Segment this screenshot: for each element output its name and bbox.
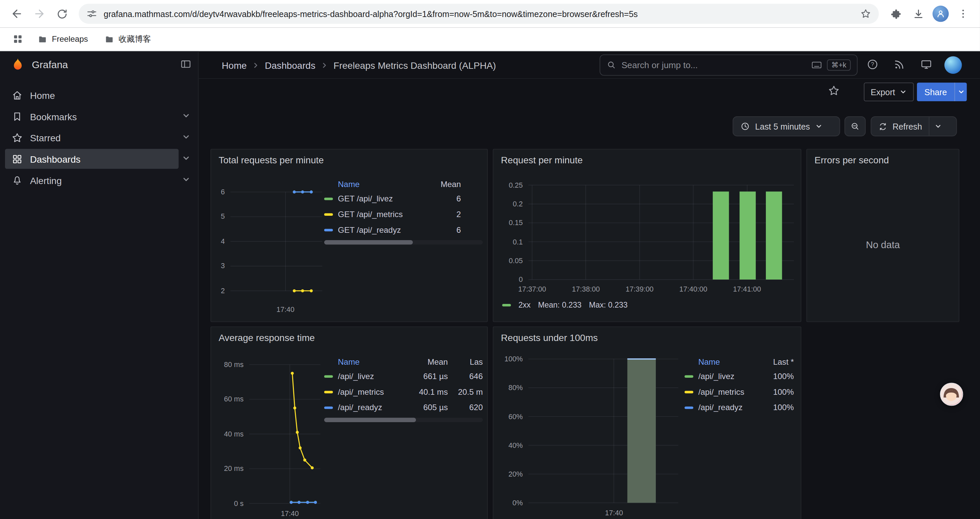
browser-menu-icon[interactable]	[953, 3, 974, 24]
bookmark-folder-freeleaps[interactable]: Freeleaps	[32, 32, 93, 47]
legend-row[interactable]: GET /api/_livez 6	[324, 191, 483, 206]
series-swatch[interactable]	[324, 213, 333, 216]
series-name[interactable]: 2xx	[519, 301, 530, 310]
zoom-out-button[interactable]	[845, 116, 866, 136]
legend-col-mean[interactable]: Mean	[424, 179, 461, 188]
share-menu-chevron-icon[interactable]	[954, 83, 967, 101]
panel-legend[interactable]: 2xx Mean: 0.233 Max: 0.233	[502, 301, 627, 310]
y-tick: 60%	[508, 412, 523, 421]
home-icon	[11, 89, 23, 101]
series-swatch[interactable]	[324, 390, 333, 393]
sidebar-item-bookmarks[interactable]: Bookmarks	[5, 106, 179, 126]
refresh-button[interactable]: Refresh	[870, 116, 957, 136]
legend-row[interactable]: GET /api/_metrics 2	[324, 206, 483, 222]
chevron-down-icon[interactable]	[182, 175, 191, 184]
profile-avatar-icon[interactable]	[930, 3, 951, 24]
chart-requests-under-100ms[interactable]	[528, 359, 678, 503]
chevron-down-icon[interactable]	[182, 133, 191, 141]
brand[interactable]: Grafana	[10, 57, 68, 72]
downloads-icon[interactable]	[908, 3, 929, 24]
series-name[interactable]: /api/_readyz	[338, 403, 412, 412]
assistant-avatar[interactable]	[940, 383, 963, 406]
sidebar-item-dashboards[interactable]: Dashboards	[5, 149, 179, 169]
y-tick: 0.2	[513, 200, 523, 208]
legend-row[interactable]: /api/_livez 100%	[684, 368, 794, 384]
series-swatch[interactable]	[684, 406, 693, 409]
series-swatch[interactable]	[324, 228, 333, 231]
site-settings-icon[interactable]	[86, 8, 97, 19]
url-bar[interactable]: grafana.mathmast.com/d/deytv4rwavabkb/fr…	[79, 4, 879, 24]
legend-col-name[interactable]: Name	[338, 357, 412, 366]
y-tick: 0.05	[509, 257, 523, 265]
series-name[interactable]: /api/_livez	[698, 371, 764, 381]
legend-col-name[interactable]: Name	[338, 179, 424, 188]
time-range-picker[interactable]: Last 5 minutes	[732, 116, 840, 136]
bookmark-folder-blogs[interactable]: 收藏博客	[99, 31, 156, 48]
legend-row[interactable]: /api/_metrics 100%	[684, 384, 794, 400]
search-input[interactable]	[621, 60, 806, 70]
forward-icon[interactable]	[29, 3, 50, 24]
y-axis: 80 ms 60 ms 40 ms 20 ms 0 s	[211, 327, 243, 519]
scrollbar-thumb[interactable]	[324, 418, 416, 422]
sidebar-item-home[interactable]: Home	[5, 85, 179, 105]
series-last: 620	[448, 403, 483, 412]
chart-average-response-time[interactable]	[249, 365, 320, 504]
series-swatch[interactable]	[324, 197, 333, 200]
sidebar-item-alerting[interactable]: Alerting	[5, 170, 179, 190]
legend-row[interactable]: /api/_livez 661 µs 646	[324, 368, 483, 384]
legend-scrollbar[interactable]	[324, 418, 483, 422]
scrollbar-thumb[interactable]	[324, 240, 413, 244]
series-swatch[interactable]	[684, 390, 693, 393]
user-avatar[interactable]	[944, 56, 962, 74]
url-text[interactable]: grafana.mathmast.com/d/deytv4rwavabkb/fr…	[104, 9, 854, 18]
monitor-icon[interactable]	[920, 58, 932, 70]
sidebar-item-starred[interactable]: Starred	[5, 128, 179, 148]
legend-col-mean[interactable]: Mean	[412, 357, 448, 366]
series-swatch[interactable]	[684, 375, 693, 377]
series-swatch[interactable]	[502, 304, 511, 306]
legend-col-last[interactable]: Las	[448, 357, 483, 366]
extensions-icon[interactable]	[885, 3, 906, 24]
legend-row[interactable]: GET /api/_readyz 6	[324, 222, 483, 238]
apps-grid-icon[interactable]	[9, 30, 26, 48]
series-name[interactable]: GET /api/_metrics	[338, 209, 424, 219]
chevron-down-icon[interactable]	[182, 154, 191, 163]
y-tick: 100%	[504, 355, 523, 363]
panel-title[interactable]: Errors per second	[815, 155, 889, 165]
share-label[interactable]: Share	[917, 83, 954, 101]
series-name[interactable]: GET /api/_livez	[338, 194, 424, 203]
breadcrumb-dashboards[interactable]: Dashboards	[265, 60, 315, 70]
legend-col-name[interactable]: Name	[698, 357, 764, 366]
favorite-star-icon[interactable]	[827, 85, 840, 97]
back-icon[interactable]	[6, 3, 28, 24]
y-tick: 20%	[508, 469, 523, 478]
legend-row[interactable]: /api/_readyz 100%	[684, 400, 794, 415]
chart-request-per-minute[interactable]	[528, 185, 794, 279]
search-box[interactable]: ⌘+k	[600, 54, 858, 76]
news-rss-icon[interactable]	[893, 58, 905, 70]
panel-title[interactable]: Total requests per minute	[218, 155, 323, 165]
share-button[interactable]: Share	[917, 83, 967, 101]
bookmark-star-icon[interactable]	[860, 8, 871, 19]
export-button[interactable]: Export	[864, 83, 914, 101]
y-tick: 0%	[512, 498, 523, 507]
legend-row[interactable]: /api/_readyz 605 µs 620	[324, 400, 483, 415]
series-name[interactable]: /api/_metrics	[338, 387, 412, 396]
chevron-down-icon[interactable]	[182, 111, 191, 120]
refresh-interval-chevron-icon[interactable]	[929, 117, 946, 136]
bell-icon	[11, 174, 23, 186]
legend-row[interactable]: /api/_metrics 40.1 ms 20.5 m	[324, 384, 483, 400]
dock-menu-icon[interactable]	[180, 58, 192, 70]
series-name[interactable]: /api/_readyz	[698, 403, 764, 412]
series-swatch[interactable]	[324, 406, 333, 409]
breadcrumb-home[interactable]: Home	[222, 60, 247, 70]
legend-col-last[interactable]: Last *	[765, 357, 794, 366]
legend-scrollbar[interactable]	[324, 240, 483, 244]
series-name[interactable]: GET /api/_readyz	[338, 225, 424, 235]
series-swatch[interactable]	[324, 375, 333, 377]
series-name[interactable]: /api/_livez	[338, 371, 412, 381]
reload-icon[interactable]	[51, 3, 73, 24]
chart-total-requests[interactable]	[231, 192, 322, 291]
series-name[interactable]: /api/_metrics	[698, 387, 764, 396]
help-icon[interactable]: ?	[866, 58, 878, 70]
